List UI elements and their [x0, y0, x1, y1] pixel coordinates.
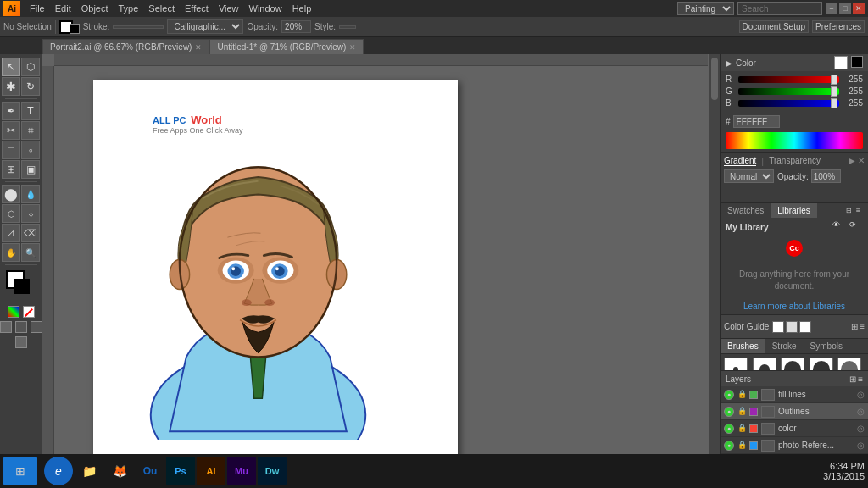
vertical-scrollbar[interactable]: [709, 54, 720, 469]
menu-object[interactable]: Object: [77, 3, 113, 14]
close-button[interactable]: ✕: [853, 3, 865, 14]
rectangle-tool[interactable]: [2, 141, 20, 159]
minimize-button[interactable]: −: [826, 3, 837, 14]
transparency-tab[interactable]: Transparency: [769, 156, 821, 166]
swatches-tab[interactable]: Swatches: [721, 203, 771, 218]
layers-options-icon[interactable]: ⊞: [849, 374, 856, 384]
sync-icon[interactable]: ⟳: [849, 220, 863, 234]
symbol-tool[interactable]: [21, 204, 40, 223]
direct-selection-tool[interactable]: [21, 58, 40, 76]
slice-tool[interactable]: [2, 224, 20, 242]
eyedropper-tool[interactable]: [21, 185, 40, 203]
restore-button[interactable]: □: [839, 3, 851, 14]
color-panel-header[interactable]: ▶ Color: [721, 54, 868, 71]
eraser-tool[interactable]: ⌫: [21, 224, 40, 242]
document-setup-button[interactable]: Document Setup: [739, 20, 810, 33]
panel-menu-icon[interactable]: ≡: [856, 207, 865, 215]
menu-view[interactable]: View: [214, 3, 243, 14]
menu-effect[interactable]: Effect: [181, 3, 213, 14]
stroke-box[interactable]: [14, 279, 30, 294]
panel-options-icon[interactable]: ⊞: [846, 207, 854, 215]
taskbar-dw[interactable]: Dw: [258, 457, 287, 485]
screen-mode-btn[interactable]: [15, 336, 27, 348]
gradient-tab[interactable]: Gradient: [724, 156, 756, 166]
warp-tool[interactable]: [21, 121, 40, 140]
brush-3[interactable]: [781, 358, 804, 370]
blend-mode-select[interactable]: Normal: [724, 169, 774, 183]
menu-file[interactable]: File: [25, 3, 49, 14]
draw-behind-btn[interactable]: [15, 321, 27, 333]
layers-menu-icon[interactable]: ≡: [858, 374, 863, 384]
zoom-tool[interactable]: [21, 243, 40, 262]
cg-swatch-3[interactable]: [799, 321, 811, 333]
taskbar-mu[interactable]: Mu: [227, 457, 256, 485]
layer-visibility-fill[interactable]: ●: [724, 390, 734, 400]
cg-swatch-1[interactable]: [772, 321, 784, 333]
stroke-value[interactable]: [113, 25, 164, 29]
fill-color-box[interactable]: [834, 56, 848, 69]
draw-normal-btn[interactable]: [0, 321, 12, 333]
color-indicator[interactable]: [8, 306, 19, 318]
layer-visibility-photo[interactable]: ●: [724, 441, 734, 451]
layer-target-outlines[interactable]: ◎: [857, 407, 865, 416]
layer-row-photo[interactable]: ● 🔒 photo Refere... ◎: [721, 437, 868, 454]
layer-row-color[interactable]: ● 🔒 color ◎: [721, 420, 868, 437]
tab-untitled[interactable]: Untitled-1* @ 71% (RGB/Preview) ✕: [209, 39, 364, 54]
fill-stroke-indicator[interactable]: [6, 270, 36, 301]
blend-tool[interactable]: ⬡: [2, 204, 20, 223]
layer-target-color[interactable]: ◎: [857, 424, 865, 433]
taskbar-ps[interactable]: Ps: [166, 457, 195, 485]
lasso-tool[interactable]: [21, 77, 40, 96]
opacity-value[interactable]: 20%: [281, 20, 311, 33]
libraries-tab[interactable]: Libraries: [771, 203, 816, 218]
taskbar-ai[interactable]: Ai: [197, 457, 225, 485]
tab-portrait[interactable]: Portrait2.ai @ 66.67% (RGB/Preview) ✕: [42, 39, 209, 54]
workspace-selector[interactable]: Painting: [677, 2, 734, 15]
taskbar-firefox[interactable]: 🦊: [105, 457, 134, 485]
layer-row-outlines[interactable]: ● 🔒 Outlines ◎: [721, 403, 868, 420]
symbols-tab[interactable]: Symbols: [804, 339, 849, 353]
type-tool[interactable]: T: [21, 102, 40, 120]
taskbar-ie[interactable]: e: [44, 457, 73, 485]
search-input[interactable]: [737, 2, 822, 15]
menu-window[interactable]: Window: [245, 3, 287, 14]
cg-swatch-2[interactable]: [786, 321, 798, 333]
cg-options-icon[interactable]: ⊞: [851, 322, 858, 331]
paintbrush-tool[interactable]: ◦: [21, 141, 40, 159]
preferences-button[interactable]: Preferences: [812, 20, 865, 33]
tab-close-untitled[interactable]: ✕: [349, 43, 356, 52]
r-slider[interactable]: [738, 76, 839, 83]
start-button[interactable]: ⊞: [3, 457, 37, 485]
stroke-tab[interactable]: Stroke: [765, 339, 804, 353]
artboard[interactable]: ALL PC World Free Apps One Click Away: [93, 80, 458, 461]
layer-target-fill[interactable]: ◎: [857, 390, 865, 399]
brush-selector[interactable]: Calligraphic...: [167, 19, 243, 34]
view-icon[interactable]: 👁: [832, 220, 846, 234]
menu-help[interactable]: Help: [288, 3, 316, 14]
brush-5[interactable]: [837, 358, 861, 370]
opacity-input[interactable]: [811, 169, 841, 183]
mesh-tool[interactable]: [2, 160, 20, 179]
menu-select[interactable]: Select: [144, 3, 179, 14]
magic-wand-tool[interactable]: ✱: [2, 77, 20, 96]
hex-input[interactable]: [733, 115, 780, 128]
menu-type[interactable]: Type: [114, 3, 143, 14]
selection-tool[interactable]: [2, 58, 20, 76]
pen-tool[interactable]: [2, 102, 20, 120]
layer-target-photo[interactable]: ◎: [857, 441, 865, 450]
stroke-swatch[interactable]: [70, 24, 80, 34]
brush-4[interactable]: [810, 358, 833, 370]
tab-close-portrait[interactable]: ✕: [195, 43, 202, 52]
brush-2[interactable]: [753, 358, 776, 370]
taskbar-outlook[interactable]: Ou: [136, 457, 164, 485]
taskbar-folder[interactable]: 📁: [75, 457, 103, 485]
stroke-color-box[interactable]: [851, 56, 863, 68]
gradient-tool[interactable]: [21, 160, 40, 179]
none-indicator[interactable]: [23, 306, 35, 318]
style-value[interactable]: [339, 25, 356, 29]
cg-menu-icon[interactable]: ≡: [860, 322, 865, 331]
b-slider[interactable]: [738, 100, 839, 107]
menu-edit[interactable]: Edit: [51, 3, 75, 14]
brush-1[interactable]: [724, 358, 748, 370]
layer-row-fill[interactable]: ● 🔒 fill lines ◎: [721, 386, 868, 403]
